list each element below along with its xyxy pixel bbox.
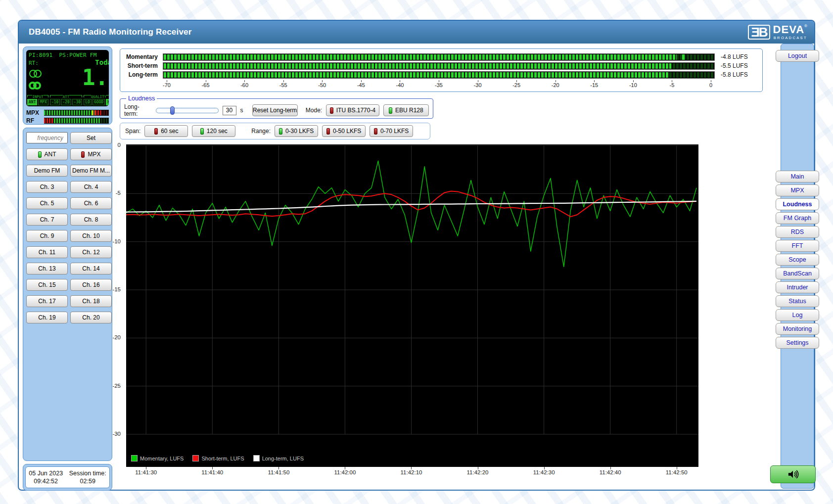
- preset-button-ch-11[interactable]: Ch. 11: [26, 246, 68, 258]
- loudness-meters-panel: Momentary -4.8 LUFS Short-term -5.5 LUFS…: [120, 48, 763, 92]
- meter-segment: [44, 118, 54, 123]
- nav-monitoring[interactable]: Monitoring: [776, 323, 819, 335]
- x-axis-label: 11:42:40: [588, 469, 633, 475]
- preset-button-ch-17[interactable]: Ch. 17: [26, 295, 68, 307]
- mode-itu-button[interactable]: ITU BS.1770-4: [326, 104, 379, 116]
- meter-segment: [95, 110, 101, 115]
- ant-button[interactable]: ANT: [26, 148, 68, 160]
- preset-button-ch-13[interactable]: Ch. 13: [26, 263, 68, 275]
- tuner-panel: Set ANT MPX Demo FMDemo FM M...Ch. 3Ch. …: [23, 128, 112, 461]
- preset-button-ch-19[interactable]: Ch. 19: [26, 312, 68, 323]
- meter-row-long-term: Long-term -5.8 LUFS: [120, 70, 762, 79]
- preset-grid: Demo FMDemo FM M...Ch. 3Ch. 4Ch. 5Ch. 6C…: [26, 165, 109, 323]
- mode-ebu-button[interactable]: EBU R128: [383, 104, 429, 116]
- nav-mpx[interactable]: MPX: [776, 184, 819, 196]
- nav-settings[interactable]: Settings: [776, 337, 819, 349]
- session-label: Session time:: [69, 469, 106, 477]
- chart-canvas: [126, 144, 698, 467]
- nav-loudness[interactable]: Loudness: [776, 198, 819, 210]
- span-range-bar: Span: 60 sec 120 sec Range: 0-30 LKFS 0-…: [120, 123, 430, 139]
- nav-bandscan[interactable]: BandScan: [776, 268, 819, 279]
- meter-segment: [101, 118, 109, 123]
- x-axis-label: 11:41:50: [256, 469, 301, 475]
- deva-logo: ƎB DEVA® BROADCAST: [748, 24, 807, 40]
- loudness-legend: Loudness: [126, 95, 157, 102]
- meter-scale: -70-65-60-55-50-45-40-35-30-25-20-15-10-…: [167, 80, 711, 91]
- rds-lock-icon: [29, 82, 41, 90]
- lcd-badge-10: -10: [50, 99, 60, 105]
- x-axis-label: 11:42:30: [522, 469, 566, 475]
- scale-label: -10: [629, 82, 637, 88]
- set-button[interactable]: Set: [70, 132, 112, 144]
- lcd-pi-ps-line: PI:8091 PS:POWER FM: [29, 52, 97, 58]
- scale-label: -65: [202, 82, 210, 88]
- long-term-value: -5.8 LUFS: [715, 71, 759, 78]
- long-term-label: Long-term:: [124, 103, 152, 117]
- session-value: 02:59: [69, 477, 106, 485]
- nav-status[interactable]: Status: [776, 295, 819, 307]
- preset-button-ch-9[interactable]: Ch. 9: [26, 230, 68, 242]
- lcd-group-input: INPUTANTMPX: [27, 95, 48, 105]
- long-term-meter-bar: [163, 71, 715, 79]
- lcd-group-label: INPUT: [27, 95, 48, 98]
- scale-label: -20: [552, 82, 559, 88]
- span-60-led-icon: [154, 128, 158, 135]
- short-term-value: -5.5 LUFS: [715, 62, 759, 69]
- meter-scale-row: -70-65-60-55-50-45-40-35-30-25-20-15-10-…: [163, 80, 715, 91]
- ant-led-icon: [38, 151, 42, 158]
- y-axis-label: -15: [112, 286, 121, 292]
- frequency-input[interactable]: [26, 132, 68, 143]
- nav-fft[interactable]: FFT: [776, 240, 819, 252]
- lcd-group-label: QUALITY: [84, 95, 109, 98]
- nav-main[interactable]: Main: [776, 171, 819, 183]
- nav-rds[interactable]: RDS: [776, 226, 819, 238]
- nav-scope[interactable]: Scope: [776, 254, 819, 266]
- logout-button[interactable]: Logout: [776, 50, 819, 62]
- span-60sec-button[interactable]: 60 sec: [144, 125, 188, 137]
- preset-button-ch-5[interactable]: Ch. 5: [26, 197, 68, 209]
- nav-log[interactable]: Log: [776, 309, 819, 321]
- span-120sec-button[interactable]: 120 sec: [192, 125, 235, 137]
- long-term-seconds-input[interactable]: [223, 106, 236, 115]
- lcd-rt-label: RT:: [29, 60, 39, 66]
- lcd-status-groups: INPUTANTMPXATT-10-20-30QUALITYLOGOODHI: [27, 95, 109, 105]
- status-panel: 05 Jun 2023 09:42:52 Session time: 02:59: [23, 464, 112, 491]
- legend-swatch-icon: [131, 455, 138, 461]
- reset-long-term-button[interactable]: Reset Long-term: [252, 104, 298, 116]
- preset-button-ch-15[interactable]: Ch. 15: [26, 279, 68, 291]
- slider-thumb[interactable]: [170, 106, 175, 115]
- lcd-badge-hi: HI: [106, 99, 109, 105]
- lcd-badge-30: -30: [72, 99, 82, 105]
- short-term-meter-bar: [163, 62, 715, 70]
- meter-segment: [101, 110, 109, 115]
- lcd-badge-good: GOOD: [93, 99, 105, 105]
- long-term-slider[interactable]: [156, 108, 219, 113]
- listen-button[interactable]: [770, 465, 816, 483]
- nav-fm-graph[interactable]: FM Graph: [776, 212, 819, 224]
- y-axis-label: -25: [112, 383, 121, 389]
- lcd-group-att: ATT-10-20-30: [50, 95, 82, 105]
- y-axis-label: 0: [118, 142, 121, 148]
- range-0-30-button[interactable]: 0-30 LKFS: [275, 125, 318, 137]
- meter-row-momentary: Momentary -4.8 LUFS: [120, 52, 762, 61]
- app-window: DB4005 - FM Radio Monitoring Receiver ƎB…: [18, 20, 815, 491]
- range-50-led-icon: [326, 128, 330, 135]
- nav-intruder[interactable]: Intruder: [776, 281, 819, 293]
- preset-button-demo-fm[interactable]: Demo FM: [26, 165, 68, 177]
- range-30-led-icon: [279, 128, 282, 135]
- preset-button-ch-7[interactable]: Ch. 7: [26, 214, 68, 226]
- meter-segment: [54, 118, 101, 123]
- legend-swatch-icon: [253, 455, 260, 461]
- mode-label: Mode:: [306, 107, 322, 114]
- mpx-led-icon: [81, 151, 85, 158]
- rf-level-bar: [44, 118, 109, 124]
- range-0-50-button[interactable]: 0-50 LKFS: [322, 125, 366, 137]
- lcd-badge-20: -20: [61, 99, 71, 105]
- lcd-screen: PI:8091 PS:POWER FM RT: Toda 1. INPUTANT…: [26, 50, 109, 106]
- loudness-chart: Momentary, LUFSShort-term, LUFSLong-term…: [126, 144, 698, 467]
- loudness-controls: Loudness Long-term: s Reset Long-term Mo…: [120, 95, 433, 119]
- mpx-level-bar: [44, 110, 109, 116]
- range-0-70-button[interactable]: 0-70 LKFS: [370, 125, 413, 137]
- date-time: 05 Jun 2023 09:42:52: [29, 469, 63, 486]
- preset-button-ch-3[interactable]: Ch. 3: [26, 181, 68, 193]
